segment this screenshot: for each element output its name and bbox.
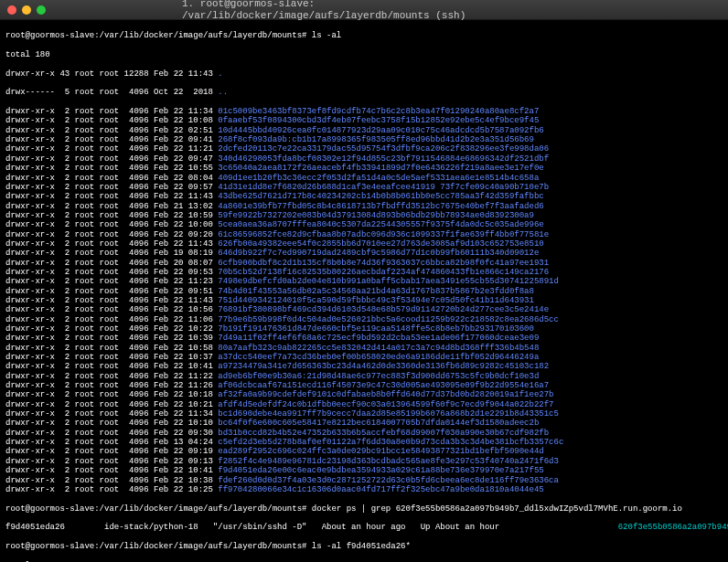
dir-self: . [218,69,222,79]
ls-stat: drwxr-xr-x 2 root root 4096 Feb 22 10:18 [5,390,218,399]
dir-entry: bc1d690debe4ea9917ff7b9cecc7daa2d85e8519… [218,409,559,419]
dir-entry: 268f8cf093da9b:cb1b17a8998365f983505ff8e… [218,135,534,144]
ls-stat: drwxr-xr-x 2 root root 4096 Feb 22 10:41 [5,466,218,475]
shell-prompt: root@goormos-slave:/var/lib/docker/image… [5,31,312,40]
ls-stat: drwxr-xr-x 2 root root 4096 Feb 22 02:51 [5,126,218,135]
ls-stat: drwxr-xr-x 43 root root 12288 Feb 22 11:… [5,69,218,79]
dir-entry: a37dcc540eef7a73cd36beb0ef00b658020ede6a… [218,353,539,362]
dir-entry: 80a7aafb323c9ab822265cc5e832042d414a017c… [218,344,539,353]
dir-entry: af06dcbcaaf67a151ecd116f45073e9c47c30d00… [218,381,549,390]
ls-stat: drwxr-xr-x 2 root root 4096 Feb 22 10:37 [5,353,218,362]
ls-stat: drwxr-xr-x 2 root root 4096 Feb 22 10:41 [5,362,218,371]
dir-entry: 2dcfed20113c7e22ca33179dac55d95754f3dfbf… [218,144,549,154]
ls-stat: drwxr-xr-x 2 root root 4096 Feb 22 11:06 [5,315,218,324]
ls-stat: drwxr-xr-x 2 root root 4096 Feb 19 08:19 [5,249,218,258]
dir-entry: 7b191f191476361d847de660cbf5e119caa5148f… [218,324,534,334]
dir-entry: 7d49a11f02ff4ef6f68a6c725ecf9bd592d2cba5… [218,334,539,343]
ls-stat: drwxr-xr-x 2 root root 4096 Feb 22 10:00 [5,220,218,229]
ls-stat: drwxr-xr-x 2 root root 4096 Feb 22 11:22 [5,372,218,381]
ls-stat: drwxr-xr-x 2 root root 4096 Feb 22 10:08 [5,116,218,125]
ls-stat: drwxr-xr-x 2 root root 4096 Feb 22 09:53 [5,268,218,277]
dir-entry: 61c86596852fce82d9cfbaa8b07adbc096d936c1… [218,230,549,239]
dir-entry: 74b4d01f43553a56db02a5c34568aa21bd4a63d1… [218,287,534,296]
dir-entry: fdef260d0d0d37f4a03e3d0c2871252722d63c0b… [218,476,559,485]
dir-entry: c5efd2d3eb5d278b8af0ef01122a7f6dd30a8e0b… [218,438,563,447]
ls-stat: drwxr-xr-x 2 root root 4096 Feb 22 10:38 [5,476,218,485]
ls-stat: drwx------ 5 root root 4096 Oct 22 2018 [5,88,218,97]
ls-stat: drwxr-xr-x 2 root root 4096 Feb 22 11:21 [5,144,218,154]
ls-stat: drwxr-xr-x 2 root root 4096 Feb 22 10:56 [5,305,218,314]
total-line: total 180 [5,50,723,59]
ls-stat: drwxr-xr-x 2 root root 4096 Feb 22 09:41 [5,135,218,144]
dir-entry: 4a8601e39bfb77fbd05c8b4c8618713b7fbdffd3… [218,202,543,211]
dir-entry: 59fe9922b7327202e083b04d37913084d893b06b… [218,211,534,220]
ls-stat: drwxr-xr-x 2 root root 4096 Feb 22 09:51 [5,287,218,296]
dir-entry: f9d4051eda26e00c6eac0e9bdbea3594933a029c… [218,466,543,475]
dir-entry: bd31b0ccd82b4b52e47352b633b6b5accfebf68d… [218,429,549,438]
dir-entry: 626fb00a49382eee54f0c2855bb6d7010ee27d76… [218,239,543,249]
command-input: ls -al f9d4051eda26* [312,542,411,551]
dir-entry: 7498e9dbefcfd0ab2de04e810b991a0baff5cbab… [218,277,559,286]
ls-stat: drwxr-xr-x 2 root root 4096 Feb 22 10:59 [5,211,218,220]
minimize-icon[interactable] [22,5,31,15]
dir-entry: a97234479a341e7d656363bc23d4a462d0de3360… [218,362,549,371]
zoom-icon[interactable] [37,5,46,15]
shell-prompt: root@goormos-slave:/var/lib/docker/image… [5,542,312,551]
ls-stat: drwxr-xr-x 2 root root 4096 Feb 22 09:13 [5,457,218,466]
dir-entry: afdf4d5edefdf24c0b1dfbb0eecf90c03a013964… [218,400,553,409]
ls-stat: drwxr-xr-x 2 root root 4096 Feb 22 10:58 [5,344,218,353]
terminal[interactable]: root@goormos-slave:/var/lib/docker/image… [0,20,728,562]
dir-entry: ead289f2952c696c024ffc3a0de029bc91bcc1e5… [218,447,543,456]
ls-stat: drwxr-xr-x 2 root root 4096 Feb 22 09:20 [5,230,218,239]
dir-entry: 5cea0aea36a8707fffea8040c5307da225443055… [218,220,543,229]
dir-entry: 646d9b922f7c7ed990719dad2489cbf9c5986d77… [218,249,539,258]
ls-stat: drwxr-xr-x 2 root root 4096 Feb 13 04:24 [5,438,218,447]
titlebar: 1. root@goormos-slave: /var/lib/docker/i… [0,0,728,20]
dir-entry: 10d4445bbd40926cea0fc014877923d29aa09c01… [218,126,543,135]
ls-stat: drwxr-xr-x 2 root root 4096 Feb 22 08:04 [5,174,218,183]
ls-stat: drwxr-xr-x 2 root root 4096 Feb 22 11:34 [5,409,218,419]
dir-entry: ad9eb6bf00e9b30a6:21d98d48ae6c977ec883f3… [218,372,539,381]
ps-output: f9d4051eda26 ide-stack/python-18 "/usr/s… [5,523,618,532]
dir-entry: 340d46298053fda8bcf08302e12f94d855c23bf7… [218,154,549,164]
ls-stat: drwxr-xr-x 2 root root 4096 Feb 22 11:43 [5,296,218,305]
ls-stat: drwxr-xr-x 2 root root 4096 Feb 22 09:30 [5,429,218,438]
dir-entry: 43dbe625d7621d717b8c40234202cb14b0b8b061… [218,192,543,201]
dir-entry: bc64f0f6e600c605e58417e8212bec6184007705… [218,419,539,428]
dir-entry: 70b5cb52d7138f16c82535b80226aecbdaf2234a… [218,268,549,277]
dir-entry: 751d4409342124010f5ca590d59fbbbc49c3f534… [218,296,534,305]
dir-entry: 409d1ee1b20fb3c36ecc2f053d2fa51d4a0c5de5… [218,174,539,183]
command-input: ls -al [312,31,341,40]
ls-stat: drwxr-xr-x 2 root root 4096 Feb 22 11:34 [5,107,218,116]
window-title: 1. root@goormos-slave: /var/lib/docker/i… [182,0,546,21]
dir-entry: 3c65040a2aea8172f26aeacebf4fb33941899d7f… [218,164,543,173]
ls-stat: drwxr-xr-x 2 root root 4096 Feb 22 09:57 [5,183,218,192]
ls-stat: drwxr-xr-x 2 root root 4096 Feb 22 11:43 [5,239,218,249]
ls-stat: drwxr-xr-x 2 root root 4096 Feb 22 10:22 [5,324,218,334]
ls-stat: drwxr-xr-x 2 root root 4096 Feb 22 09:47 [5,154,218,164]
ls-stat: drwxr-xr-x 2 root root 4096 Feb 22 10:10 [5,419,218,428]
close-icon[interactable] [7,5,16,15]
dir-entry: 41d31e1dd8e7f6820d26b688d1caf3e4eeafcee4… [218,183,549,192]
ls-stat: drwxr-xr-x 2 root root 4096 Feb 21 13:02 [5,202,218,211]
ls-stat: drwxr-xr-x 2 root root 4096 Feb 20 08:07 [5,259,218,268]
dir-entry: 6cfb900bdbf8c2d1b135cf8b0b8e74d36f936303… [218,259,549,268]
ls-stat: drwxr-xr-x 2 root root 4096 Feb 22 09:19 [5,447,218,456]
dir-entry: 0faaebf53f0894300cbd3df4eb07feebc3758f15… [218,116,539,125]
dir-entry: ff9704280066e34c1c16306d0aac04fd717ff2f3… [218,485,543,494]
shell-prompt: root@goormos-slave:/var/lib/docker/image… [5,504,312,514]
dir-entry: 76891bf380898bf469cd394d6103d548e68b579d… [218,305,549,314]
dir-entry: f2852f4c4e9489e96781dc23198d363bcdbadc56… [218,457,559,466]
ls-stat: drwxr-xr-x 2 root root 4096 Feb 22 10:21 [5,400,218,409]
ls-stat: drwxr-xr-x 2 root root 4096 Feb 22 11:23 [5,277,218,286]
dir-entry: af32fa0a9b99cdefdef9101c0dfabaeb8b0ffd64… [218,390,553,399]
ls-stat: drwxr-xr-x 2 root root 4096 Feb 22 10:25 [5,485,218,494]
dir-entry: 01c5009be3463bf8373ef8fd9cdfb74c7b6c2c8b… [218,107,539,116]
ls-stat: drwxr-xr-x 2 root root 4096 Feb 22 11:26 [5,381,218,390]
ls-stat: drwxr-xr-x 2 root root 4096 Feb 22 10:39 [5,334,218,343]
container-name: 620f3e55b0586a2a097b949b7_ddl5xdwIZp5vdl… [618,523,728,532]
dir-entry: 77b9e6b59b998f0d4c504ad0e526021bbc5a6coo… [218,315,559,324]
command-input: docker ps | grep 620f3e55b0586a2a097b949… [312,504,682,514]
dir-parent: .. [218,88,228,97]
ls-stat: drwxr-xr-x 2 root root 4096 Feb 22 11:43 [5,192,218,201]
